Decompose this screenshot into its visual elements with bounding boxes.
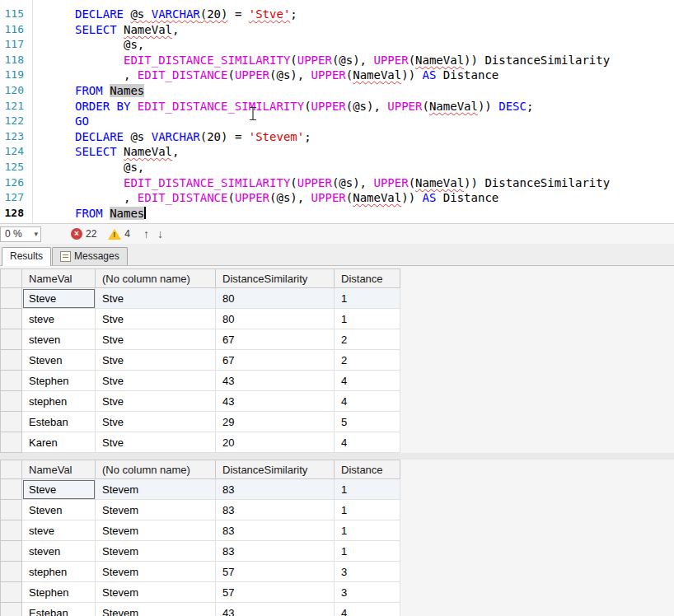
grid-cell[interactable]: Esteban — [22, 603, 96, 616]
code-line[interactable]: GO — [75, 114, 674, 129]
grid-cell[interactable]: 83 — [216, 500, 335, 520]
grid-cell[interactable]: Stve — [96, 288, 216, 309]
column-header[interactable]: Distance — [335, 269, 400, 288]
column-header[interactable]: (No column name) — [96, 460, 216, 479]
zoom-select[interactable]: 0 % ▾ — [0, 226, 41, 242]
grid-cell[interactable]: 4 — [335, 371, 400, 391]
grid-cell[interactable]: 1 — [335, 541, 400, 562]
grid-cell[interactable]: 57 — [216, 582, 335, 603]
grid-cell[interactable]: Stevem — [96, 479, 216, 500]
grid-cell[interactable]: 3 — [335, 582, 400, 603]
previous-issue-arrow-icon[interactable]: ↑ — [143, 228, 149, 240]
grid-cell[interactable]: 1 — [335, 520, 400, 541]
grid-cell[interactable]: Stve — [96, 391, 216, 412]
table-row[interactable]: stevenStevem831 — [1, 541, 400, 562]
grid-cell[interactable]: 1 — [335, 309, 400, 329]
code-lines[interactable]: DECLARE @s VARCHAR(20) = 'Stve';SELECT N… — [33, 0, 674, 223]
next-issue-arrow-icon[interactable]: ↓ — [157, 228, 163, 240]
column-header[interactable]: DistanceSimilarity — [216, 460, 335, 479]
code-line[interactable]: FROM Names — [75, 206, 674, 222]
row-header[interactable] — [1, 288, 22, 309]
table-row[interactable]: StevenStve672 — [1, 350, 400, 371]
grid-cell[interactable]: Stevem — [96, 562, 216, 582]
row-header[interactable] — [1, 432, 22, 453]
grid-cell[interactable]: 43 — [216, 603, 335, 616]
table-row[interactable]: StevenStevem831 — [1, 500, 400, 520]
column-header[interactable]: Distance — [335, 460, 400, 479]
grid-cell[interactable]: Stve — [96, 412, 216, 432]
grid-cell[interactable]: 4 — [335, 432, 400, 453]
column-header[interactable]: DistanceSimilarity — [216, 269, 335, 288]
results-grid[interactable]: NameVal(No column name)DistanceSimilarit… — [0, 268, 674, 453]
grid-cell[interactable]: Stve — [96, 329, 216, 350]
row-header[interactable] — [1, 582, 22, 603]
grid-cell[interactable]: 4 — [335, 603, 400, 616]
grid-cell[interactable]: steve — [22, 309, 96, 329]
grid-cell[interactable]: Esteban — [22, 412, 96, 432]
grid-cell[interactable]: Stevem — [96, 603, 216, 616]
grid-cell[interactable]: Stevem — [96, 541, 216, 562]
results-grid[interactable]: NameVal(No column name)DistanceSimilarit… — [0, 460, 674, 616]
code-line[interactable]: , EDIT_DISTANCE(UPPER(@s), UPPER(NameVal… — [75, 68, 674, 83]
grid-cell[interactable]: stephen — [22, 391, 96, 412]
row-header[interactable] — [1, 562, 22, 582]
grid-cell[interactable]: 1 — [335, 500, 400, 520]
code-line[interactable]: ORDER BY EDIT_DISTANCE_SIMILARITY(UPPER(… — [75, 99, 674, 114]
grid-cell[interactable]: 83 — [216, 520, 335, 541]
grid-cell[interactable]: 2 — [335, 329, 400, 350]
sql-editor[interactable]: 1151161171181191201211221231241251261271… — [0, 0, 674, 223]
table-row[interactable]: stephenStevem573 — [1, 562, 400, 582]
grid-splitter[interactable] — [0, 453, 674, 460]
code-line[interactable]: @s, — [75, 160, 674, 175]
grid-cell[interactable]: Stevem — [96, 582, 216, 603]
table-row[interactable]: SteveStevem831 — [1, 479, 400, 500]
grid-cell[interactable]: Stevem — [96, 520, 216, 541]
row-header[interactable] — [1, 479, 22, 500]
column-header[interactable]: NameVal — [22, 460, 96, 479]
grid-cell[interactable]: 67 — [216, 329, 335, 350]
grid-cell[interactable]: 80 — [216, 288, 335, 309]
grid-cell[interactable]: stephen — [22, 562, 96, 582]
select-all-corner[interactable] — [1, 269, 22, 288]
grid-cell[interactable]: Karen — [22, 432, 96, 453]
grid-cell[interactable]: 5 — [335, 412, 400, 432]
row-header[interactable] — [1, 371, 22, 391]
grid-cell[interactable]: Stevem — [96, 500, 216, 520]
table-row[interactable]: stephenStve434 — [1, 391, 400, 412]
column-header[interactable]: NameVal — [22, 269, 96, 288]
grid-cell[interactable]: Stve — [96, 432, 216, 453]
row-header[interactable] — [1, 603, 22, 616]
code-line[interactable]: FROM Names — [75, 83, 674, 99]
grid-cell[interactable]: 83 — [216, 541, 335, 562]
code-line[interactable]: SELECT NameVal, — [75, 144, 674, 160]
grid-cell[interactable]: 4 — [335, 391, 400, 412]
row-header[interactable] — [1, 412, 22, 432]
grid-cell[interactable]: 1 — [335, 479, 400, 500]
row-header[interactable] — [1, 500, 22, 520]
tab-results[interactable]: Results — [2, 247, 51, 266]
grid-cell[interactable]: 20 — [216, 432, 335, 453]
grid-cell[interactable]: steven — [22, 329, 96, 350]
grid-cell[interactable]: Stephen — [22, 371, 96, 391]
error-count-group[interactable]: × 22 — [71, 228, 96, 240]
table-row[interactable]: StephenStevem573 — [1, 582, 400, 603]
code-line[interactable]: @s, — [75, 37, 674, 53]
grid-cell[interactable]: steve — [22, 520, 96, 541]
code-line[interactable]: SELECT NameVal, — [75, 22, 674, 38]
table-row[interactable]: SteveStve801 — [1, 288, 400, 309]
grid-cell[interactable]: Steven — [22, 500, 96, 520]
row-header[interactable] — [1, 541, 22, 562]
code-line[interactable]: EDIT_DISTANCE_SIMILARITY(UPPER(@s), UPPE… — [75, 53, 674, 68]
row-header[interactable] — [1, 329, 22, 350]
grid-cell[interactable]: 43 — [216, 391, 335, 412]
code-line[interactable]: , EDIT_DISTANCE(UPPER(@s), UPPER(NameVal… — [75, 190, 674, 206]
select-all-corner[interactable] — [1, 460, 22, 479]
column-header[interactable]: (No column name) — [96, 269, 216, 288]
grid-cell[interactable]: 57 — [216, 562, 335, 582]
row-header[interactable] — [1, 350, 22, 371]
table-row[interactable]: steveStevem831 — [1, 520, 400, 541]
table-row[interactable]: StephenStve434 — [1, 371, 400, 391]
grid-cell[interactable]: 80 — [216, 309, 335, 329]
tab-messages[interactable]: Messages — [52, 247, 128, 265]
warning-count-group[interactable]: ! 4 — [108, 228, 130, 240]
